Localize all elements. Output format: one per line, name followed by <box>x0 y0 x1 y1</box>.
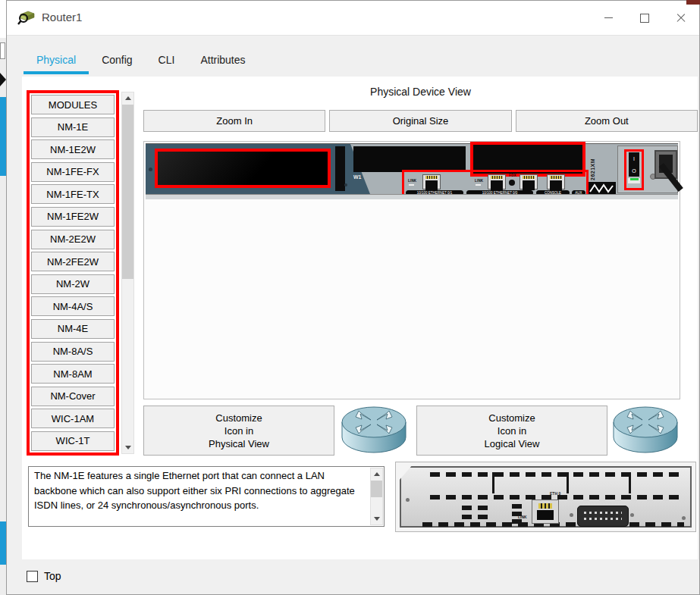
original-size-button[interactable]: Original Size <box>329 110 511 132</box>
router-icon-logical <box>612 404 679 456</box>
zoom-out-button[interactable]: Zoom Out <box>516 110 698 132</box>
screw <box>682 516 686 520</box>
module-description-text: The NM-1E features a single Ethernet por… <box>34 468 366 513</box>
screw <box>406 498 410 502</box>
module-button-nm-1e2w[interactable]: NM-1E2W <box>31 139 115 159</box>
close-button[interactable] <box>663 1 699 35</box>
router-magnifier-icon <box>17 9 36 26</box>
modules-header-button[interactable]: MODULES <box>31 95 115 114</box>
module-button-nm-4as[interactable]: NM-4A/S <box>31 296 115 316</box>
module-button-nm-1fe2w[interactable]: NM-1FE2W <box>31 207 115 227</box>
scroll-down-button[interactable] <box>371 513 382 525</box>
wic-slot-label: W1 <box>353 174 362 180</box>
power-off-label: O <box>632 168 636 174</box>
link-led <box>409 184 414 186</box>
power-panel: I O <box>617 146 678 193</box>
window-controls <box>590 1 699 35</box>
power-connector-block <box>589 182 616 194</box>
preview-aui-connector <box>577 506 629 527</box>
fdx-button[interactable] <box>509 180 515 186</box>
maximize-icon <box>640 14 649 23</box>
module-button-nm-8am[interactable]: NM-8AM <box>31 364 115 384</box>
scrollbar-thumb[interactable] <box>371 481 382 497</box>
fdx-label: FDX <box>509 174 516 177</box>
router-chassis-bottom <box>146 194 678 199</box>
tab-bar: Physical Config CLI Attributes <box>24 48 259 74</box>
tab-cli[interactable]: CLI <box>146 48 188 74</box>
module-button-nm-2e2w[interactable]: NM-2E2W <box>31 230 115 249</box>
title-bar[interactable]: Router1 <box>7 1 699 36</box>
tab-attributes[interactable]: Attributes <box>187 48 258 74</box>
close-icon <box>676 13 686 23</box>
zigzag-icon <box>589 182 616 194</box>
physical-device-view-title: Physical Device View <box>143 86 698 98</box>
customize-physical-button[interactable]: Customize Icon in Physical View <box>143 406 334 456</box>
scroll-up-button[interactable] <box>122 92 133 104</box>
router-icon-physical <box>341 404 407 456</box>
up-arrow-icon <box>374 472 380 476</box>
minimize-icon <box>604 17 613 18</box>
link-label: LINK <box>408 179 416 183</box>
module-button-wic-1t[interactable]: WIC-1T <box>31 431 115 451</box>
background-close-fragment <box>686 0 700 5</box>
scroll-down-button[interactable] <box>122 442 133 453</box>
module-button-nm-1fe-tx[interactable]: NM-1FE-TX <box>31 184 115 204</box>
module-preview: ETH 0 LINK <box>395 462 696 532</box>
module-button-wic-1am[interactable]: WIC-1AM <box>31 409 115 428</box>
console-port[interactable] <box>520 174 538 189</box>
minimize-button[interactable] <box>590 1 626 35</box>
down-arrow-icon <box>374 517 380 521</box>
physical-tab-page: MODULES NM-1E NM-1E2W NM-1FE-FX NM-1FE-T… <box>22 77 698 559</box>
modules-scrollbar[interactable] <box>121 92 134 454</box>
router-rear-view: W1 LINK LINK FDX 10/100 ETHERNET 0/1 10/… <box>146 143 678 199</box>
module-faceplate: ETH 0 LINK <box>400 466 692 528</box>
screw <box>344 183 347 186</box>
background-window-sliver <box>0 0 6 595</box>
router-dialog-window: Router1 Physical Config CLI Attributes M… <box>6 0 700 595</box>
vent-divider <box>567 472 569 493</box>
module-button-nm-8as[interactable]: NM-8A/S <box>31 342 115 362</box>
module-button-nm-cover[interactable]: NM-Cover <box>31 387 115 406</box>
screw <box>630 513 634 517</box>
down-arrow-icon <box>125 446 131 449</box>
scroll-up-button[interactable] <box>371 468 382 480</box>
device-view-panel[interactable]: W1 LINK LINK FDX 10/100 ETHERNET 0/1 10/… <box>143 141 680 399</box>
nm-module-slot-highlight[interactable] <box>155 149 331 188</box>
power-on-label: I <box>633 156 635 161</box>
description-scrollbar[interactable] <box>370 468 383 525</box>
power-rocker-switch[interactable]: I O <box>629 152 639 177</box>
module-button-nm-4e[interactable]: NM-4E <box>31 319 115 339</box>
link-label: LINK <box>475 179 483 183</box>
wic-slot-0[interactable] <box>353 146 466 172</box>
module-button-nm-1fe-fx[interactable]: NM-1FE-FX <box>31 162 115 182</box>
tab-config[interactable]: Config <box>89 48 145 74</box>
top-checkbox[interactable] <box>27 571 38 582</box>
power-led-green <box>630 178 639 180</box>
maximize-button[interactable] <box>626 1 663 35</box>
screw <box>149 168 152 171</box>
module-description-box: The NM-1E features a single Ethernet por… <box>28 466 385 527</box>
scrollbar-thumb[interactable] <box>122 105 133 279</box>
power-switch-highlight[interactable]: I O <box>624 149 644 190</box>
ethernet-port-0-0[interactable] <box>488 174 506 189</box>
vent-row <box>462 506 488 510</box>
vent-row <box>462 515 488 519</box>
background-sliver-box <box>0 42 5 59</box>
aux-port[interactable] <box>547 174 565 189</box>
window-title: Router1 <box>42 11 82 23</box>
up-arrow-icon <box>125 96 131 100</box>
zoom-in-button[interactable]: Zoom In <box>143 110 325 132</box>
ethernet-port-0-1[interactable] <box>422 174 441 189</box>
module-button-nm-1e[interactable]: NM-1E <box>31 117 115 137</box>
router-model-label: 2621XM <box>590 147 595 180</box>
vent-row <box>430 472 684 477</box>
link-led <box>476 184 481 186</box>
tab-physical[interactable]: Physical <box>24 48 89 74</box>
module-button-nm-2fe2w[interactable]: NM-2FE2W <box>31 252 115 271</box>
background-sliver-top <box>0 0 6 38</box>
vent-divider <box>492 472 494 493</box>
screw <box>570 513 573 517</box>
eth0-label: ETH 0 <box>550 491 560 496</box>
module-button-nm-2w[interactable]: NM-2W <box>31 274 115 294</box>
customize-logical-button[interactable]: Customize Icon in Logical View <box>416 406 607 456</box>
